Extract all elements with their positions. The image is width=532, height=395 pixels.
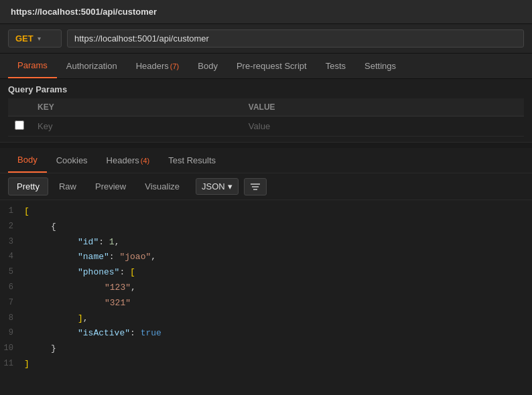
tab-response-cookies[interactable]: Cookies	[47, 149, 97, 172]
line-number: 9	[0, 327, 24, 339]
params-table-checkbox-header	[8, 98, 31, 116]
params-table: KEY VALUE Key Value	[8, 98, 524, 137]
line-number: 1	[0, 205, 24, 218]
json-content: }	[24, 342, 532, 356]
json-line-2: 2 {	[0, 220, 532, 235]
json-content: ]	[24, 358, 532, 372]
url-bar: GET ▾	[0, 24, 532, 54]
tab-body[interactable]: Body	[188, 54, 227, 78]
view-preview-button[interactable]: Preview	[87, 178, 134, 195]
format-selector[interactable]: JSON ▾	[196, 178, 239, 195]
json-content: "321"	[24, 297, 532, 311]
json-line-6: 6 "123",	[0, 281, 532, 296]
line-number: 6	[0, 281, 24, 294]
json-content: "name": "joao",	[24, 250, 532, 264]
json-content: [	[24, 205, 532, 219]
json-line-5: 5 "phones": [	[0, 265, 532, 281]
format-chevron-icon: ▾	[228, 181, 232, 191]
json-line-9: 9 "isActive": true	[0, 326, 532, 341]
row-checkbox-cell	[8, 116, 31, 137]
response-toolbar: Pretty Raw Preview Visualize JSON ▾	[0, 173, 532, 200]
json-line-8: 8 ],	[0, 311, 532, 327]
json-content: "phones": [	[24, 266, 532, 280]
json-line-1: 1 [	[0, 204, 532, 220]
url-input[interactable]	[67, 29, 524, 48]
tab-response-body[interactable]: Body	[8, 148, 47, 173]
tab-tests[interactable]: Tests	[316, 54, 355, 78]
table-row: Key Value	[8, 116, 524, 137]
line-number: 8	[0, 312, 24, 325]
filter-button[interactable]	[244, 178, 267, 195]
json-line-4: 4 "name": "joao",	[0, 250, 532, 265]
json-line-11: 11 ]	[0, 357, 532, 372]
params-table-value-header: VALUE	[242, 98, 524, 116]
title-bar-url: https://localhost:5001/api/customer	[11, 7, 157, 17]
row-checkbox[interactable]	[15, 121, 24, 130]
title-bar: https://localhost:5001/api/customer	[0, 0, 532, 24]
line-number: 2	[0, 220, 24, 233]
response-headers-badge: (4)	[141, 157, 149, 165]
tab-settings[interactable]: Settings	[355, 54, 405, 78]
line-number: 7	[0, 297, 24, 309]
params-table-key-header: KEY	[31, 98, 242, 116]
tab-response-test-results[interactable]: Test Results	[159, 149, 225, 172]
format-value: JSON	[202, 181, 225, 191]
tab-authorization[interactable]: Authorization	[57, 54, 127, 78]
line-number: 10	[0, 342, 24, 355]
method-text: GET	[15, 33, 34, 44]
headers-badge: (7)	[170, 62, 179, 70]
view-pretty-button[interactable]: Pretty	[8, 177, 48, 195]
filter-icon	[250, 181, 261, 192]
tab-prerequest[interactable]: Pre-request Script	[227, 54, 316, 78]
json-viewer: 1 [ 2 { 3 "id": 1, 4 "name": "joao", 5 "…	[0, 200, 532, 376]
chevron-down-icon: ▾	[38, 35, 41, 42]
json-line-7: 7 "321"	[0, 296, 532, 311]
line-number: 3	[0, 236, 24, 248]
json-content: "isActive": true	[24, 327, 532, 341]
request-tabs: Params Authorization Headers(7) Body Pre…	[0, 54, 532, 79]
param-value-cell[interactable]: Value	[242, 116, 524, 137]
line-number: 4	[0, 250, 24, 263]
tab-headers[interactable]: Headers(7)	[127, 54, 189, 78]
json-content: "id": 1,	[24, 236, 532, 250]
query-params-title: Query Params	[8, 84, 524, 94]
line-number: 5	[0, 266, 24, 279]
param-key-cell[interactable]: Key	[31, 116, 242, 137]
view-visualize-button[interactable]: Visualize	[137, 178, 188, 195]
json-content: ],	[24, 312, 532, 326]
method-selector[interactable]: GET ▾	[8, 29, 62, 48]
query-params-section: Query Params KEY VALUE Key Value	[0, 79, 532, 143]
tab-params[interactable]: Params	[8, 54, 57, 78]
tab-response-headers[interactable]: Headers(4)	[97, 149, 159, 172]
line-number: 11	[0, 358, 24, 370]
json-line-3: 3 "id": 1,	[0, 235, 532, 250]
response-tabs: Body Cookies Headers(4) Test Results	[0, 143, 532, 173]
json-content: {	[24, 220, 532, 234]
json-line-10: 10 }	[0, 341, 532, 357]
view-raw-button[interactable]: Raw	[51, 178, 84, 195]
json-content: "123",	[24, 281, 532, 295]
